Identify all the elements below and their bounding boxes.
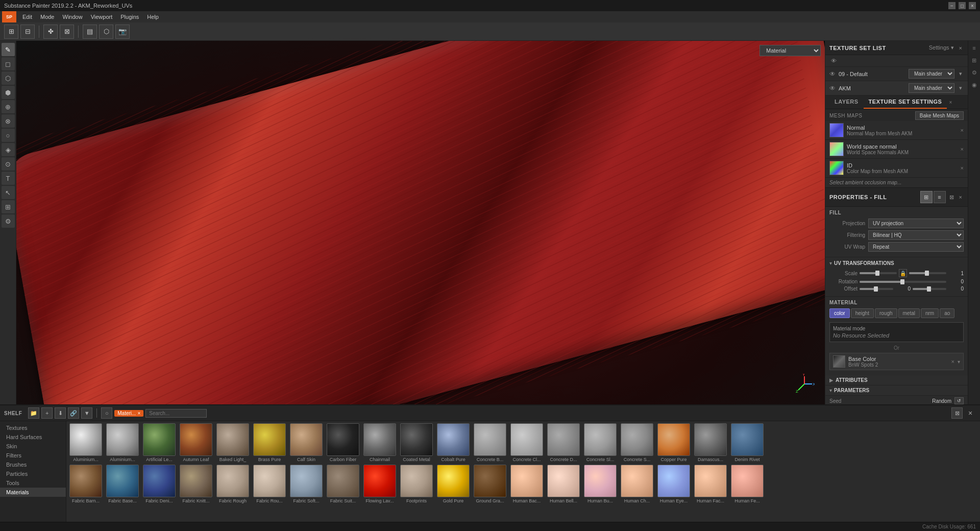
snap-button[interactable]: ✤ (43, 25, 58, 39)
shelf-item-0-8[interactable]: Chainmail (362, 423, 397, 463)
shelf-item-1-15[interactable]: Human Ch... (620, 465, 654, 504)
mesh-map-close-world[interactable]: × (961, 146, 964, 152)
texture-set-list-close-button[interactable]: × (958, 44, 964, 52)
maximize-button[interactable]: □ (959, 2, 966, 9)
clone-tool-button[interactable]: ⊕ (2, 100, 15, 113)
shelf-item-1-0[interactable]: Fabric Barn... (68, 465, 103, 504)
align-button[interactable]: ⊠ (60, 25, 74, 39)
shelf-item-1-3[interactable]: Fabric Knitt... (179, 465, 213, 504)
shelf-item-0-0[interactable]: Aluminium... (68, 423, 103, 463)
uv-offset-y-slider[interactable] (913, 288, 946, 290)
shelf-item-1-6[interactable]: Fabric Soft... (289, 465, 324, 504)
settings-tool-button[interactable]: ⚙ (2, 214, 15, 228)
shelf-item-0-4[interactable]: Baked Light_ (215, 423, 250, 463)
ts-eye-default[interactable]: 👁 (829, 70, 836, 78)
shelf-item-0-18[interactable]: Denim Rivet (730, 423, 765, 463)
shelf-item-1-2[interactable]: Fabric Deni... (142, 465, 177, 504)
shelf-item-1-18[interactable]: Human Fe... (730, 465, 765, 504)
shelf-item-1-17[interactable]: Human Fac... (693, 465, 728, 504)
shelf-item-1-11[interactable]: Ground Gra... (473, 465, 507, 504)
text-tool-button[interactable]: T (2, 172, 15, 185)
menu-mode[interactable]: Mode (36, 13, 59, 21)
tab-texture-set-settings[interactable]: TEXTURE SET SETTINGS (864, 95, 947, 109)
screenshot-button[interactable]: 📷 (115, 25, 130, 39)
shelf-item-0-14[interactable]: Concrete Sl... (583, 423, 618, 463)
fill-projection-select[interactable]: UV projection (868, 219, 964, 228)
shelf-item-1-12[interactable]: Human Bac... (509, 465, 544, 504)
ts-shader-default[interactable]: Main shader (909, 69, 954, 79)
shelf-item-0-12[interactable]: Concrete Cl... (509, 423, 544, 463)
shelf-folder-button[interactable]: 📁 (28, 407, 39, 419)
shelf-item-1-1[interactable]: Fabric Base... (105, 465, 140, 504)
camera-button[interactable]: ⬡ (99, 25, 113, 39)
shelf-item-0-6[interactable]: Calf Skin (289, 423, 324, 463)
shelf-item-0-7[interactable]: Carbon Fiber (326, 423, 360, 463)
anchor-tool-button[interactable]: ⊙ (2, 157, 15, 171)
shelf-add-button[interactable]: + (41, 407, 53, 419)
param-seed-random-button[interactable]: ↺ (954, 397, 964, 404)
ts-eye-akm[interactable]: 👁 (829, 85, 836, 92)
shelf-nav-tools[interactable]: Tools (0, 478, 66, 488)
far-right-layers-button[interactable]: ≡ (969, 43, 979, 53)
shelf-item-0-2[interactable]: Artificial Le... (142, 423, 177, 463)
viewport[interactable]: Material Solo Wireframe X Y Z (16, 41, 825, 404)
close-button[interactable]: × (969, 2, 976, 9)
base-color-expand-button[interactable]: ▾ (958, 359, 960, 365)
shelf-item-0-11[interactable]: Concrete B... (473, 423, 507, 463)
viewport-mode-select[interactable]: Material Solo Wireframe (760, 45, 821, 56)
uv-offset-x-slider[interactable] (860, 288, 893, 290)
mat-tab-metal[interactable]: metal (898, 308, 920, 318)
tile-view-button[interactable]: ⊟ (20, 25, 35, 39)
shelf-item-1-13[interactable]: Human Bell... (546, 465, 581, 504)
properties-expand-button[interactable]: ⊠ (948, 194, 955, 201)
far-right-texture-button[interactable]: ⊞ (969, 55, 979, 65)
shelf-nav-skin[interactable]: Skin (0, 442, 66, 451)
uv-transform-header[interactable]: ▾ UV transformations (829, 260, 964, 266)
shelf-item-0-9[interactable]: Coated Metal (399, 423, 434, 463)
bake-mesh-maps-button[interactable]: Bake Mesh Maps (915, 111, 964, 120)
shelf-import-button[interactable]: ⬇ (55, 407, 66, 419)
shelf-nav-hard-surfaces[interactable]: Hard Surfaces (0, 432, 66, 442)
uv-scale-slider2[interactable] (909, 272, 946, 274)
far-right-properties-button[interactable]: ⚙ (969, 67, 979, 78)
prop-view-list-button[interactable]: ≡ (934, 191, 946, 203)
far-right-display-button[interactable]: ◉ (969, 80, 979, 90)
shelf-filter-button[interactable]: ▼ (81, 407, 92, 419)
shelf-item-0-13[interactable]: Concrete D... (546, 423, 581, 463)
shelf-item-0-10[interactable]: Cobalt Pure (436, 423, 471, 463)
shelf-item-0-15[interactable]: Concrete S... (620, 423, 654, 463)
shelf-nav-particles[interactable]: Particles (0, 469, 66, 478)
tab-layers[interactable]: LAYERS (829, 95, 864, 109)
shelf-nav-materials[interactable]: Materials (0, 488, 66, 497)
shelf-item-1-5[interactable]: Fabric Rou... (252, 465, 287, 504)
shelf-circle-button[interactable]: ○ (101, 407, 112, 419)
select-tool-button[interactable]: ↖ (2, 186, 15, 199)
fill-filtering-select[interactable]: Bilinear | HQ (868, 230, 964, 240)
menu-viewport[interactable]: Viewport (87, 13, 117, 21)
mat-tab-color[interactable]: color (829, 308, 850, 318)
uv-scale-lock-button[interactable]: 🔒 (899, 269, 907, 277)
mat-tab-height[interactable]: height (851, 308, 874, 318)
eraser-tool-button[interactable]: ◻ (2, 57, 15, 70)
uv-rotation-slider[interactable] (860, 281, 946, 283)
menu-window[interactable]: Window (59, 13, 87, 21)
smart-material-button[interactable]: ◈ (2, 143, 15, 156)
projection-tool-button[interactable]: ⬡ (2, 71, 15, 85)
mat-tab-rough[interactable]: rough (875, 308, 897, 318)
shelf-search-input[interactable] (145, 409, 207, 418)
shelf-nav-textures[interactable]: Textures (0, 423, 66, 432)
shelf-nav-brushes[interactable]: Brushes (0, 460, 66, 469)
mat-tab-ao[interactable]: ao (940, 308, 954, 318)
base-color-close-button[interactable]: × (951, 358, 954, 365)
mat-tab-nrm[interactable]: nrm (921, 308, 939, 318)
menu-help[interactable]: Help (143, 13, 163, 21)
render-button[interactable]: ▤ (83, 25, 97, 39)
shelf-item-1-16[interactable]: Human Eye... (656, 465, 691, 504)
paint-tool-button[interactable]: ✎ (2, 43, 15, 56)
shelf-expand-button[interactable]: ⊠ (951, 407, 963, 419)
mesh-map-close-id[interactable]: × (961, 165, 964, 171)
fill-tool-button[interactable]: ⬢ (2, 86, 15, 99)
properties-close-button[interactable]: × (958, 194, 964, 201)
grid-view-button[interactable]: ⊞ (4, 25, 18, 39)
prop-view-grid-button[interactable]: ⊞ (920, 191, 933, 203)
